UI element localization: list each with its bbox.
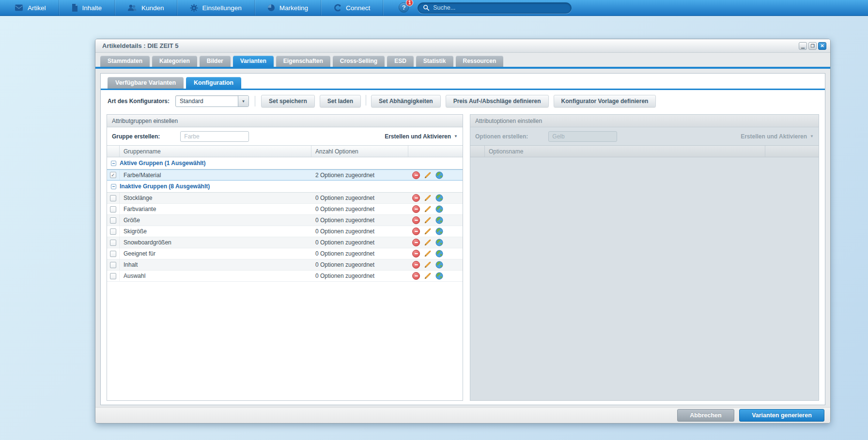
minimize-button[interactable]: ▁: [799, 42, 807, 50]
nav-item-artikel[interactable]: Artikel: [0, 0, 59, 15]
group-name: Snowboardgrößen: [120, 239, 311, 246]
toolbar-separator: [255, 96, 255, 106]
create-and-activate-button[interactable]: Erstellen und Aktivieren ▼: [385, 133, 458, 140]
collapse-minus-icon[interactable]: [111, 161, 116, 166]
subtab-konfiguration[interactable]: Konfiguration: [186, 77, 241, 89]
group-name-input[interactable]: [180, 131, 249, 142]
preis-auf-abschläge-definieren-button[interactable]: Preis Auf-/Abschläge definieren: [446, 95, 549, 107]
edit-icon[interactable]: [424, 250, 432, 258]
delete-icon[interactable]: [412, 261, 420, 269]
set-abhängigkeiten-button[interactable]: Set Abhängigkeiten: [371, 95, 441, 107]
header-actions-column: [408, 146, 463, 157]
header-actions-column: [765, 146, 819, 157]
row-checkbox[interactable]: [110, 262, 116, 268]
table-row[interactable]: Größe0 Optionen zugeordnet: [107, 215, 463, 226]
row-checkbox[interactable]: [110, 240, 116, 246]
header-groupname: Gruppenname: [120, 146, 311, 157]
delete-icon[interactable]: [412, 171, 420, 179]
tab-ressourcen[interactable]: Ressourcen: [456, 56, 504, 67]
globe-icon[interactable]: [435, 261, 443, 269]
tab-bilder[interactable]: Bilder: [200, 56, 231, 67]
table-row[interactable]: Skigröße0 Optionen zugeordnet: [107, 226, 463, 237]
edit-icon[interactable]: [424, 171, 432, 179]
globe-icon[interactable]: [435, 228, 443, 235]
row-checkbox[interactable]: [110, 273, 116, 279]
tab-statistik[interactable]: Statistik: [416, 56, 453, 67]
table-row[interactable]: Stocklänge0 Optionen zugeordnet: [107, 193, 463, 204]
table-row[interactable]: Geeignet für0 Optionen zugeordnet: [107, 248, 463, 259]
globe-icon[interactable]: [435, 239, 443, 246]
pie-chart-icon: [267, 4, 275, 12]
table-row[interactable]: Snowboardgrößen0 Optionen zugeordnet: [107, 237, 463, 248]
group-header[interactable]: Inaktive Gruppen (8 Ausgewählt): [107, 181, 463, 193]
tab-kategorien[interactable]: Kategorien: [152, 56, 197, 67]
search-input[interactable]: [433, 4, 566, 11]
edit-icon[interactable]: [424, 272, 432, 280]
tab-eigenschaften[interactable]: Eigenschaften: [276, 56, 330, 67]
globe-icon[interactable]: [435, 194, 443, 202]
row-checkbox[interactable]: [110, 206, 116, 212]
delete-icon[interactable]: [412, 205, 420, 213]
close-button[interactable]: ✕: [818, 42, 826, 50]
tab-esd[interactable]: ESD: [387, 56, 414, 67]
groups-panel-header: Attributgruppen einstellen: [107, 115, 463, 127]
nav-item-connect[interactable]: Connect: [321, 0, 383, 15]
toolbar-buttons: Set speichernSet ladenSet Abhängigkeiten…: [261, 95, 656, 107]
konfigurator-vorlage-definieren-button[interactable]: Konfigurator Vorlage definieren: [554, 95, 656, 107]
tab-varianten[interactable]: Varianten: [233, 56, 274, 67]
gear-icon: [190, 4, 198, 12]
options-count: 0 Optionen zugeordnet: [311, 250, 408, 257]
row-checkbox[interactable]: [110, 228, 116, 235]
edit-icon[interactable]: [424, 194, 432, 202]
edit-icon[interactable]: [424, 205, 432, 213]
row-checkbox[interactable]: [110, 195, 116, 201]
edit-icon[interactable]: [424, 228, 432, 235]
nav-item-einstellungen[interactable]: Einstellungen: [177, 0, 255, 15]
topbar: ArtikelInhalteKundenEinstellungenMarketi…: [0, 0, 868, 16]
globe-icon[interactable]: [435, 171, 443, 179]
cancel-button[interactable]: Abbrechen: [677, 409, 734, 422]
delete-icon[interactable]: [412, 216, 420, 224]
generate-variants-button[interactable]: Varianten generieren: [739, 409, 824, 422]
group-name: Inhalt: [120, 261, 311, 268]
table-row[interactable]: Farbvariante0 Optionen zugeordnet: [107, 204, 463, 215]
delete-icon[interactable]: [412, 194, 420, 202]
delete-icon[interactable]: [412, 250, 420, 258]
delete-icon[interactable]: [412, 228, 420, 235]
inbox-icon: [15, 4, 23, 11]
row-checkbox[interactable]: [110, 251, 116, 257]
subtab-verf-gbare-varianten[interactable]: Verfügbare Varianten: [108, 77, 184, 89]
configurator-type-select[interactable]: Standard ▼: [175, 95, 249, 107]
maximize-button[interactable]: ❒: [808, 42, 817, 50]
collapse-minus-icon[interactable]: [111, 184, 116, 189]
globe-icon[interactable]: [435, 216, 443, 224]
nav-item-marketing[interactable]: Marketing: [255, 0, 321, 15]
set-laden-button[interactable]: Set laden: [320, 95, 361, 107]
nav-item-inhalte[interactable]: Inhalte: [59, 0, 115, 15]
delete-icon[interactable]: [412, 239, 420, 246]
tab-cross-selling[interactable]: Cross-Selling: [333, 56, 385, 67]
table-row[interactable]: Inhalt0 Optionen zugeordnet: [107, 259, 463, 271]
table-row[interactable]: Auswahl0 Optionen zugeordnet: [107, 271, 463, 282]
delete-icon[interactable]: [412, 272, 420, 280]
option-create-and-activate-button: Erstellen und Aktivieren ▼: [741, 133, 814, 140]
row-checkbox[interactable]: ✓: [110, 172, 116, 178]
globe-icon[interactable]: [435, 205, 443, 213]
row-checkbox[interactable]: [110, 217, 116, 224]
header-checkbox-column: [107, 146, 120, 157]
options-count: 0 Optionen zugeordnet: [311, 239, 408, 246]
help-button[interactable]: ? 1: [399, 2, 409, 13]
table-row[interactable]: ✓Farbe/Material2 Optionen zugeordnet: [107, 169, 463, 181]
globe-icon[interactable]: [435, 272, 443, 280]
globe-icon[interactable]: [435, 250, 443, 258]
options-count: 0 Optionen zugeordnet: [311, 228, 408, 235]
group-header[interactable]: Aktive Gruppen (1 Ausgewählt): [107, 157, 463, 169]
edit-icon[interactable]: [424, 216, 432, 224]
tab-stammdaten[interactable]: Stammdaten: [100, 56, 150, 67]
edit-icon[interactable]: [424, 261, 432, 269]
group-name: Größe: [120, 217, 311, 224]
nav-item-kunden[interactable]: Kunden: [115, 0, 177, 15]
edit-icon[interactable]: [424, 239, 432, 246]
set-speichern-button[interactable]: Set speichern: [261, 95, 315, 107]
search-box[interactable]: [418, 2, 572, 14]
